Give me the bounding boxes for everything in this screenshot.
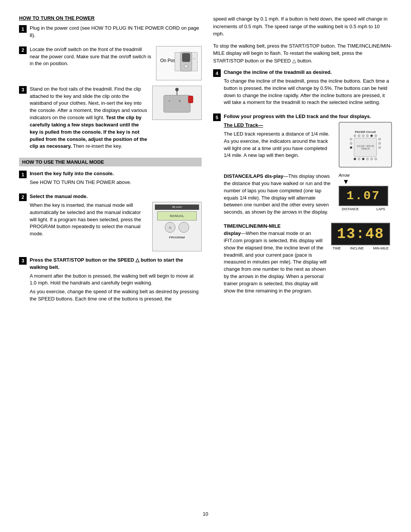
- step-power-2-content: Locate the on/off switch on the front of…: [30, 46, 202, 80]
- step-power-3-intro: Stand on the foot rails of the treadmill…: [30, 86, 148, 150]
- manual-step-num-2: 2: [19, 193, 27, 201]
- step-right-5: 5 Follow your progress with the LED trac…: [213, 113, 392, 301]
- switch-illustration: ←: [175, 52, 198, 71]
- time-incline-body: —When the manual mode or an iFIT.com pro…: [224, 230, 327, 294]
- dot-t1: [354, 134, 356, 137]
- manual-panel-diagram: ifit.com MANUAL △ PROGRA: [152, 202, 202, 251]
- dot-t3: [362, 134, 365, 137]
- step-5-bold: Follow your progress with the LED track …: [224, 113, 392, 120]
- dot-l1: [350, 138, 352, 141]
- manual-btn-triangle: △: [165, 222, 175, 233]
- step-right-5-content: Follow your progress with the LED track …: [224, 113, 392, 301]
- manual-step-num-1: 1: [19, 171, 27, 178]
- section-manual-header: HOW TO USE THE MANUAL MODE: [19, 158, 202, 166]
- dot-t6: [374, 134, 377, 137]
- step-power-1-content: Plug in the power cord (see HOW TO PLUG …: [30, 25, 202, 41]
- time-labels-row: TIME INCLINE MIN-MILE: [331, 246, 390, 250]
- manual-step-3-content: Press the START/STOP button or the SPEED…: [30, 257, 202, 304]
- manual-step-3: 3 Press the START/STOP button or the SPE…: [19, 257, 202, 304]
- time-digit-display: 13:48: [331, 223, 390, 245]
- distance-laps-body: —This display shows the distance that yo…: [224, 173, 330, 215]
- dot-row-bottom: [354, 158, 377, 160]
- led-track-section: The LED Track— The LED track represents …: [224, 122, 392, 168]
- two-column-layout: HOW TO TURN ON THE POWER 1 Plug in the p…: [19, 15, 392, 503]
- step-4-text: To change the incline of the treadmill, …: [224, 78, 392, 106]
- led-track-diagram: PACER Circuit: [339, 122, 392, 168]
- dot-l3: [350, 146, 352, 149]
- distance-label: DISTANCE: [342, 207, 359, 211]
- distance-laps-header: DISTANCE/LAPS dis-play—This display show…: [224, 173, 334, 216]
- step-right-4-content: Change the incline of the treadmill as d…: [224, 69, 392, 108]
- time-incline-section: TIME/INCLINE/MIN-MILE display—When the m…: [224, 223, 392, 296]
- manual-step-3-text2: As you exercise, change the speed of the…: [30, 288, 202, 303]
- manual-label-text: MANUAL: [170, 214, 184, 218]
- step-power-3: 3 Stand on the foot rails of the treadmi…: [19, 86, 202, 152]
- on-position-diagram: On Position: [156, 46, 202, 80]
- min-mile-label: MIN-MILE: [373, 246, 389, 250]
- led-track-header: The LED Track—: [224, 122, 334, 129]
- manual-step-2-para: When the key is inserted, the manual mod…: [30, 202, 148, 238]
- step-3-with-image: Stand on the foot rails of the treadmill…: [30, 86, 202, 152]
- track-sublabel-quarter: 1/4 MI / 400 M TRACK: [354, 145, 376, 150]
- laps-label: LAPS: [376, 207, 385, 211]
- manual-label-program: PROGRAM: [169, 236, 185, 239]
- right-para2: To stop the walking belt, press the STAR…: [213, 42, 392, 65]
- svg-rect-5: [164, 95, 190, 112]
- dot-l2: [350, 142, 352, 145]
- incline-label: INCLINE: [350, 246, 364, 250]
- time-incline-header: TIME/INCLINE/MIN-MILE display—When the m…: [224, 223, 327, 294]
- section-manual: HOW TO USE THE MANUAL MODE 1 Insert the …: [19, 158, 202, 304]
- key-diagram: + 5: [152, 86, 202, 120]
- manual-panel-top: ifit.com: [155, 204, 199, 210]
- step-right-4: 4 Change the incline of the treadmill as…: [213, 69, 392, 108]
- manual-panel-brand: ifit.com: [172, 205, 182, 209]
- dot-b2: [358, 158, 360, 160]
- manual-step-2-content: Select the manual mode. When the key is …: [30, 193, 202, 251]
- svg-rect-1: [182, 53, 190, 62]
- page-number: 10: [19, 511, 392, 517]
- dot-col-left: [350, 138, 352, 157]
- manual-step-1: 1 Insert the key fully into the console.…: [19, 170, 202, 188]
- dot-b5: [370, 158, 373, 160]
- section-power-header: HOW TO TURN ON THE POWER: [19, 15, 202, 21]
- step-3-text: Stand on the foot rails of the treadmill…: [30, 86, 148, 152]
- manual-step-1-content: Insert the key fully into the console. S…: [30, 170, 202, 188]
- step-num-2: 2: [19, 46, 27, 54]
- step-num-3: 3: [19, 86, 27, 94]
- manual-panel-labels: PROGRAM: [155, 236, 199, 239]
- time-incline-text: TIME/INCLINE/MIN-MILE display—When the m…: [224, 223, 327, 296]
- step-right-num-4: 4: [213, 69, 221, 77]
- manual-panel-buttons: △: [165, 222, 189, 233]
- pacer-circuit-label: PACER Circuit: [355, 130, 376, 134]
- manual-step-3-bold: Press the START/STOP button or the SPEED…: [30, 257, 202, 271]
- manual-panel-display: MANUAL: [157, 211, 197, 220]
- step-2-manual-text: When the key is inserted, the manual mod…: [30, 202, 148, 251]
- manual-step-3-text1: A moment after the button is pressed, th…: [30, 273, 202, 287]
- led-track-body: The LED track represents a distance of 1…: [224, 131, 334, 159]
- key-svg: + 5: [154, 88, 200, 118]
- dot-r2: [378, 142, 381, 145]
- step-power-3-content: Stand on the foot rails of the treadmill…: [30, 86, 202, 152]
- manual-step-num-3: 3: [19, 257, 27, 265]
- distance-laps-section: DISTANCE/LAPS dis-play—This display show…: [224, 173, 392, 217]
- step-right-num-5: 5: [213, 113, 221, 121]
- dot-r3: [378, 146, 381, 149]
- led-track-text: The LED Track— The LED track represents …: [224, 122, 334, 161]
- distance-laps-text: DISTANCE/LAPS dis-play—This display show…: [224, 173, 334, 217]
- right-column: speed will change by 0.1 mph. If a butto…: [213, 15, 392, 503]
- manual-step-1-bold: Insert the key fully into the console.: [30, 170, 202, 177]
- dot-row-top: [354, 134, 377, 137]
- section-power: HOW TO TURN ON THE POWER 1 Plug in the p…: [19, 15, 202, 152]
- track-center-box: 1/4 MI / 400 M TRACK: [354, 138, 377, 157]
- manual-btn-circle-2: [178, 222, 189, 233]
- arrow-down-icon: ▼: [342, 178, 349, 185]
- distance-digit-display: 1.07: [339, 186, 388, 206]
- time-label: TIME: [333, 246, 341, 250]
- dot-col-right: [378, 138, 381, 157]
- step-2-manual-img: When the key is inserted, the manual mod…: [30, 202, 202, 251]
- dot-b4: [366, 158, 369, 160]
- dist-laps-labels: DISTANCE LAPS: [339, 207, 388, 211]
- dot-t2: [358, 134, 360, 137]
- step-num-1: 1: [19, 25, 27, 33]
- distance-display-widget: Arrow ▼ 1.07 DISTANCE LAPS: [339, 173, 392, 211]
